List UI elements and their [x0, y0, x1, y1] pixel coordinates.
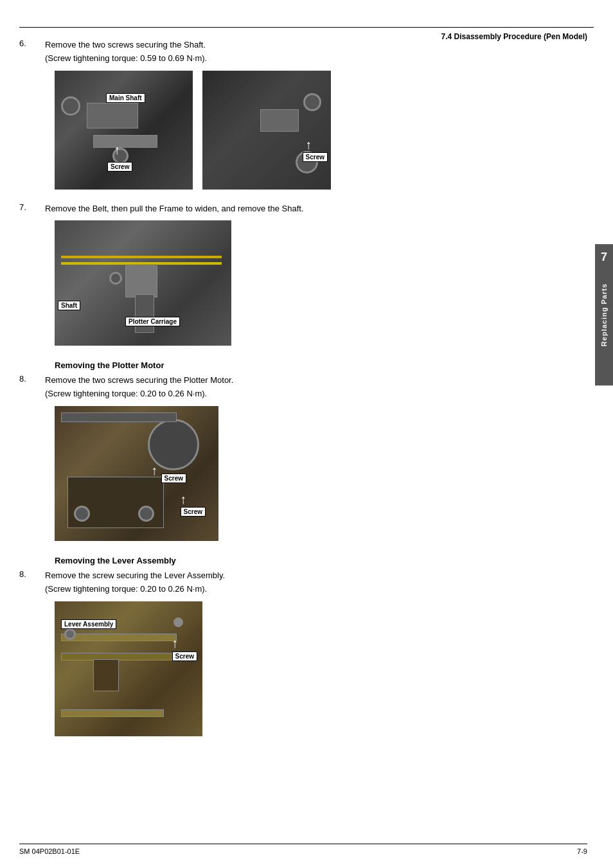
lever-assembly-label: Lever Assembly	[61, 619, 116, 629]
chapter-number: 7	[601, 251, 607, 264]
lever-assembly-heading: Removing the Lever Assembly	[55, 556, 587, 565]
plotter-carriage-label: Plotter Carriage	[125, 317, 180, 326]
screw-label-s6r: Screw	[303, 152, 328, 162]
step-8l-image: ↑ Lever Assembly Screw	[55, 601, 202, 736]
page: 7.4 Disassembly Procedure (Pen Model) 7 …	[0, 0, 613, 868]
photo-bg-s7: Shaft Plotter Carriage	[55, 220, 231, 346]
step-8m-number: 8.	[19, 374, 45, 384]
shaft-line	[61, 256, 222, 258]
deco-rect5	[135, 294, 154, 333]
step-7-images: Shaft Plotter Carriage	[55, 220, 587, 348]
step-6-text: Remove the two screws securing the Shaft…	[45, 39, 207, 66]
main-content: 6. Remove the two screws securing the Sh…	[19, 39, 587, 842]
deco-circle7	[138, 506, 154, 522]
footer-right: 7-9	[577, 847, 587, 855]
lever-plate2	[61, 653, 177, 660]
step-8l-number: 8.	[19, 569, 45, 579]
screw-arrow-left: ↑	[114, 143, 120, 156]
top-rule	[19, 27, 594, 28]
deco-rect3	[260, 109, 299, 132]
step-7-block: 7. Remove the Belt, then pull the Frame …	[19, 202, 587, 348]
deco-circle8	[173, 617, 183, 627]
page-footer: SM 04P02B01-01E 7-9	[19, 844, 587, 855]
motor-circle	[148, 419, 199, 470]
plotter-motor-block: Removing the Plotter Motor 8. Remove the…	[19, 360, 587, 543]
motor-top-plate	[61, 412, 177, 422]
photo-bg-s8m: ↑ ↑ Screw Screw	[55, 406, 218, 541]
screw-label-s6l: Screw	[107, 162, 132, 172]
footer-left: SM 04P02B01-01E	[19, 847, 80, 855]
screw-arrow-right: ↑	[305, 138, 312, 151]
deco-circle	[61, 96, 80, 116]
screw-arrow-bottom: ↑	[180, 493, 186, 506]
step-6-torque: (Screw tightening torque: 0.59 to 0.69 N…	[45, 52, 207, 66]
screw-label-s8m-bottom: Screw	[181, 507, 206, 517]
step-6-block: 6. Remove the two screws securing the Sh…	[19, 39, 587, 190]
step-7-number: 7.	[19, 202, 45, 212]
screw-arrow-top: ↑	[151, 464, 157, 477]
main-shaft-label: Main Shaft	[106, 93, 145, 103]
step-8m-images: ↑ ↑ Screw Screw	[55, 406, 587, 543]
lever-circle	[64, 628, 76, 640]
plotter-motor-heading: Removing the Plotter Motor	[55, 360, 587, 370]
screw-label-s8l: Screw	[172, 651, 197, 661]
step-7-row: 7. Remove the Belt, then pull the Frame …	[19, 202, 587, 216]
step-7-text: Remove the Belt, then pull the Frame to …	[45, 202, 304, 216]
deco-rect	[87, 103, 138, 128]
step-8l-images: ↑ Lever Assembly Screw	[55, 601, 587, 738]
photo-bg-s6r: ↑ Screw	[202, 71, 331, 190]
lever-plate	[61, 633, 177, 641]
deco-circle5	[109, 272, 122, 285]
lever-body	[93, 659, 119, 691]
step-8-motor-row: 8. Remove the two screws securing the Pl…	[19, 374, 587, 401]
chapter-label: Replacing Parts	[600, 283, 608, 346]
step-6-image-left: ↑ Main Shaft Screw	[55, 71, 193, 190]
step-6-image-right: ↑ Screw	[202, 71, 331, 190]
step-8m-text: Remove the two screws securing the Plott…	[45, 374, 233, 401]
lever-screw-arrow: ↑	[172, 637, 178, 650]
step-6-images: ↑ Main Shaft Screw	[55, 71, 587, 190]
chapter-tab: 7 Replacing Parts	[595, 244, 613, 385]
deco-circle3	[303, 93, 321, 111]
step-8l-torque: (Screw tightening torque: 0.20 to 0.26 N…	[45, 583, 225, 596]
screw-label-s8m-top: Screw	[161, 474, 186, 483]
deco-rect4	[125, 265, 157, 297]
step-6-row: 6. Remove the two screws securing the Sh…	[19, 39, 587, 66]
shaft-line2	[61, 262, 222, 265]
step-8m-image: ↑ ↑ Screw Screw	[55, 406, 218, 541]
step-6-number: 6.	[19, 39, 45, 48]
photo-bg-s6l: ↑ Main Shaft Screw	[55, 71, 193, 190]
deco-circle6	[74, 506, 90, 522]
lever-bottom	[61, 709, 164, 717]
lever-assembly-block: Removing the Lever Assembly 8. Remove th…	[19, 556, 587, 738]
photo-bg-s8l: ↑ Lever Assembly Screw	[55, 601, 202, 736]
deco-rect2	[93, 135, 157, 148]
step-8-lever-row: 8. Remove the screw securing the Lever A…	[19, 569, 587, 596]
step-7-image: Shaft Plotter Carriage	[55, 220, 231, 346]
step-8m-torque: (Screw tightening torque: 0.20 to 0.26 N…	[45, 387, 233, 401]
shaft-label: Shaft	[58, 301, 80, 310]
step-8l-text: Remove the screw securing the Lever Asse…	[45, 569, 225, 596]
